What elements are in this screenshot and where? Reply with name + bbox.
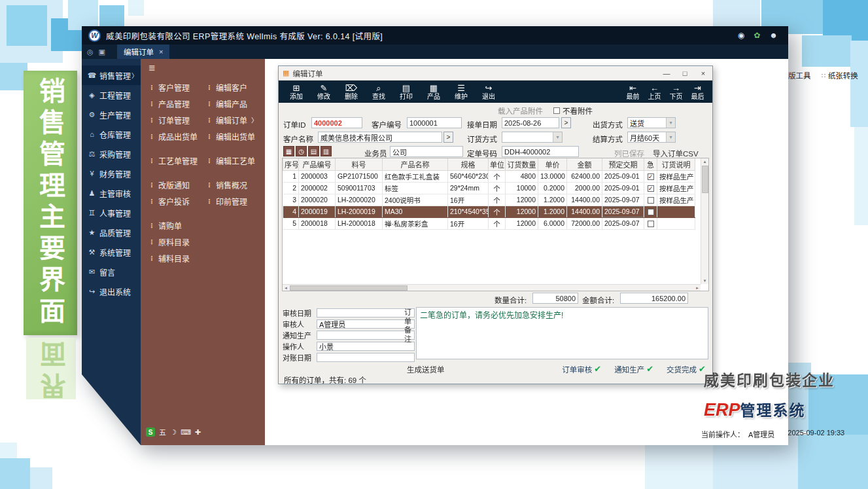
table-row[interactable]: 42000019LH-2000019MA30210*4540*354个12000… [283, 206, 695, 217]
column-header[interactable]: 产品编号 [299, 158, 336, 170]
table-row[interactable]: 32000020LH-20000202400说明书16开个120001.2000… [283, 194, 695, 206]
window-icon[interactable]: ◎ [87, 48, 94, 56]
order-method-select[interactable] [502, 132, 563, 143]
quick-list-button[interactable]: ▤ [308, 146, 319, 156]
bg-toolbar-item[interactable]: 版工具 [788, 70, 811, 81]
submenu-item[interactable]: ⋮工艺单管理 [148, 155, 206, 166]
quick-calendar-button[interactable]: ▦ [283, 146, 294, 156]
urgent-checkbox[interactable]: ✓ [648, 185, 654, 192]
ime-icon[interactable]: ✚ [195, 428, 201, 437]
sidebar-item-award[interactable]: ★品质管理 [82, 223, 141, 242]
nav-next-button[interactable]: →下页 [665, 81, 687, 103]
toolbar-print-button[interactable]: ▤打印 [392, 81, 420, 103]
submenu-item[interactable]: ⋮编辑订单〉 [206, 115, 258, 126]
close-button[interactable]: × [694, 66, 712, 80]
customer-lookup-button[interactable]: > [443, 132, 453, 143]
review-input[interactable] [317, 319, 415, 329]
nav-last-button[interactable]: ⇥最后 [687, 81, 708, 103]
review-input[interactable] [317, 308, 415, 317]
submenu-item[interactable]: ⋮改版通知 [148, 179, 206, 190]
minimize-button[interactable]: — [657, 66, 676, 80]
dialog-titlebar[interactable]: ▦ 编辑订单 — □ × [279, 66, 712, 81]
scroll-right-icon[interactable]: ▸ [694, 285, 701, 291]
toolbar-maintain-button[interactable]: ☰维护 [447, 81, 475, 103]
urgent-checkbox[interactable] [648, 197, 654, 204]
submenu-item[interactable]: ⋮编辑客户 [206, 82, 247, 93]
sidebar-item-phone[interactable]: ☎销售管理〉 [82, 65, 141, 85]
maximize-button[interactable]: □ [676, 66, 694, 80]
column-header[interactable]: 预定交期 [602, 158, 644, 170]
quick-clock-button[interactable]: ◷ [296, 146, 307, 156]
order-date-picker-button[interactable]: > [561, 117, 571, 128]
column-header[interactable]: 单价 [538, 158, 567, 170]
sidebar-item-layers[interactable]: ◈工程管理 [82, 85, 141, 105]
column-header[interactable]: 急 [644, 158, 657, 170]
remark-textarea[interactable]: 二笔急的订单，请务必优先加急安排生产! [416, 307, 708, 359]
sidebar-item-home[interactable]: ⌂仓库管理 [82, 124, 141, 144]
urgent-checkbox[interactable] [648, 209, 654, 215]
submenu-item[interactable]: ⋮产品管理 [148, 98, 206, 109]
order-id-input[interactable] [311, 117, 362, 128]
column-header[interactable]: 单位 [489, 158, 506, 170]
qty-total-input[interactable] [532, 293, 578, 304]
review-input[interactable] [317, 353, 415, 362]
flag-item[interactable]: 通知生产✔ [614, 364, 653, 374]
table-row[interactable]: 12000003GP21071500红色款手工礼盒装560*460*230个48… [283, 170, 695, 182]
order-date-input[interactable] [502, 117, 559, 128]
sidebar-item-people[interactable]: ♊人事管理 [82, 203, 141, 223]
toolbar-product-button[interactable]: ▦产品 [420, 81, 447, 103]
column-header[interactable]: 金额 [567, 158, 602, 170]
bg-toolbar-item[interactable]: ∷纸张转换 [822, 70, 858, 81]
submenu-menu-icon[interactable]: ≣ [141, 59, 265, 79]
submenu-item[interactable]: ⋮编辑出货单 [206, 131, 255, 142]
order-code-input[interactable] [502, 146, 579, 157]
column-header[interactable]: 料号 [336, 158, 383, 170]
submenu-item[interactable]: ⋮请购单 [148, 220, 206, 231]
toolbar-exit-button[interactable]: ↪退出 [475, 81, 502, 103]
sidebar-item-exit[interactable]: ↪退出系统 [82, 281, 141, 301]
hscroll-thumb[interactable] [290, 285, 408, 291]
column-header[interactable]: 序号 [283, 158, 299, 170]
scroll-down-icon[interactable]: ▾ [701, 278, 708, 284]
column-header[interactable]: 订货说明 [657, 158, 695, 170]
flag-item[interactable]: 订单审核✔ [562, 364, 601, 374]
columns-saved-link[interactable]: 列已保存 [614, 148, 644, 158]
quick-grid-button[interactable]: ▥ [321, 146, 332, 156]
settle-method-select[interactable] [627, 132, 676, 143]
nav-first-button[interactable]: ⇤最前 [622, 81, 644, 103]
scroll-left-icon[interactable]: ◂ [283, 285, 289, 291]
review-input[interactable] [317, 331, 415, 340]
sidebar-item-gear[interactable]: ⚙生产管理 [82, 105, 141, 124]
vscroll-thumb[interactable] [702, 166, 708, 193]
customer-name-input[interactable] [318, 132, 442, 143]
submenu-item[interactable]: ⋮销售概况 [206, 179, 247, 190]
amount-total-input[interactable] [620, 293, 688, 304]
submenu-item[interactable]: ⋮辅料目录 [148, 253, 206, 264]
submenu-item[interactable]: ⋮原料目录 [148, 236, 206, 247]
submenu-item[interactable]: ⋮客户管理 [148, 82, 206, 93]
column-header[interactable]: 订货数量 [506, 158, 538, 170]
hide-attachment-option[interactable]: 不看附件 [553, 105, 593, 116]
submenu-item[interactable]: ⋮编辑产品 [206, 98, 247, 109]
user-icon[interactable]: ☻ [769, 31, 778, 40]
ship-method-select[interactable] [627, 117, 676, 128]
tab-edit-order[interactable]: 编辑订单 × [117, 45, 169, 59]
nav-prev-button[interactable]: ←上页 [644, 81, 665, 103]
table-row[interactable]: 220000025090011703标签29*24mm个100000.20002… [283, 182, 695, 194]
sidebar-item-person[interactable]: ♟主管审核 [82, 183, 141, 203]
urgent-checkbox[interactable] [648, 221, 654, 227]
urgent-checkbox[interactable]: ✓ [648, 173, 654, 180]
ime-icon[interactable]: ☽ [170, 428, 177, 437]
submenu-item[interactable]: ⋮成品出货单 [148, 131, 206, 142]
toolbar-edit-button[interactable]: ✎修改 [310, 81, 338, 103]
skin-icon[interactable]: ✿ [754, 31, 760, 40]
column-header[interactable]: 产品名称 [383, 158, 448, 170]
import-csv-link[interactable]: 导入订单CSV [653, 148, 699, 158]
ime-logo[interactable]: S [146, 427, 155, 437]
table-vertical-scrollbar[interactable]: ▴ ▾ [701, 158, 708, 284]
info-icon[interactable]: ◉ [738, 31, 744, 40]
tab-close-icon[interactable]: × [159, 48, 163, 56]
sidebar-item-tools[interactable]: ⚒系统管理 [82, 242, 141, 262]
ime-icon[interactable]: ⌨ [181, 428, 191, 437]
column-header[interactable]: 规格 [448, 158, 489, 170]
